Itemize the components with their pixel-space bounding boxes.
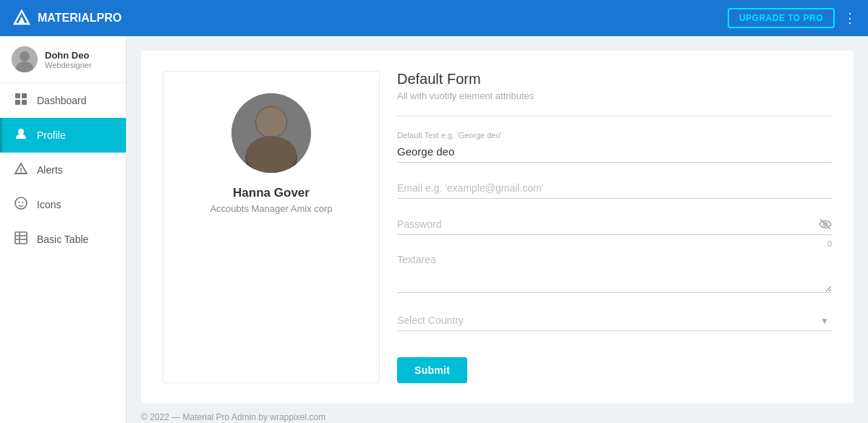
more-options-icon[interactable]: ⋮ [843,10,856,26]
profile-section: Hanna Gover Accoubts Manager Amix corp D… [163,71,832,383]
profile-card: Hanna Gover Accoubts Manager Amix corp [163,71,380,383]
user-role: Webdesigner [45,61,92,69]
email-input[interactable] [397,177,832,199]
sidebar-item-basic-table[interactable]: Basic Table [0,222,126,257]
sidebar-item-icons[interactable]: Icons [0,187,126,222]
sidebar: Dohn Deo Webdesigner Dashboard Profile [0,36,127,423]
profile-name: Hanna Gover [233,186,310,200]
svg-point-24 [246,136,297,173]
footer-text: © 2022 — Material Pro Admin by wrappixel… [141,412,326,422]
svg-point-23 [256,107,286,137]
svg-point-13 [15,197,27,209]
grid-icon [14,93,28,108]
sidebar-item-dashboard[interactable]: Dashboard [0,83,126,118]
profile-title: Accoubts Manager Amix corp [210,203,332,214]
sidebar-user: Dohn Deo Webdesigner [0,36,126,83]
user-info: Dohn Deo Webdesigner [45,50,92,69]
content-inner: Hanna Gover Accoubts Manager Amix corp D… [141,51,854,403]
main-layout: Dohn Deo Webdesigner Dashboard Profile [0,36,868,423]
upgrade-button[interactable]: UPGRADE TO PRO [728,8,835,28]
email-field [397,177,832,199]
svg-point-12 [20,171,22,173]
form-divider [397,116,832,116]
avatar [12,46,38,72]
password-wrapper [397,213,832,235]
svg-rect-5 [15,93,20,98]
user-name: Dohn Deo [45,50,92,61]
footer: © 2022 — Material Pro Admin by wrappixel… [141,403,854,422]
logo-text: MATERIALPRO [38,12,122,25]
sidebar-item-label-icons: Icons [37,199,61,210]
table-icon [14,231,28,247]
sidebar-item-label-basic-table: Basic Table [37,234,88,245]
text-field-label: Default Text e.g. 'George deo' [397,131,832,140]
logo: MATERIALPRO [12,8,122,28]
sidebar-nav: Dashboard Profile Alerts I [0,83,126,423]
password-input[interactable] [397,213,832,235]
svg-rect-11 [20,168,22,171]
svg-point-14 [19,202,20,203]
form-subtitle: All with vuotify element attributes [397,90,832,101]
person-icon [14,127,28,143]
text-input[interactable] [397,141,832,163]
profile-image [231,93,311,173]
textarea-field [397,249,832,296]
face-icon [14,197,28,213]
svg-point-9 [18,129,24,134]
alert-icon [14,162,28,178]
sidebar-item-label-profile: Profile [37,129,66,141]
avatar-image [12,46,38,72]
sidebar-item-profile[interactable]: Profile [0,118,126,153]
char-count: 0 [827,239,832,248]
textarea-input[interactable] [397,249,832,293]
header-right: UPGRADE TO PRO ⋮ [728,8,856,28]
password-field: 0 [397,213,832,235]
sidebar-item-label-alerts: Alerts [37,164,63,176]
form-section: Default Form All with vuotify element at… [397,71,832,383]
text-field: Default Text e.g. 'George deo' [397,131,832,163]
svg-rect-7 [15,100,20,105]
svg-rect-8 [22,100,27,105]
profile-photo [231,93,311,173]
submit-button[interactable]: Submit [397,357,467,383]
form-title: Default Form [397,71,832,87]
select-wrapper: Select Country USA UK Canada Australia I… [397,310,832,331]
password-toggle-icon[interactable] [819,218,832,234]
svg-marker-1 [18,17,25,24]
sidebar-item-alerts[interactable]: Alerts [0,153,126,187]
svg-point-15 [22,202,24,203]
select-field: Select Country USA UK Canada Australia I… [397,310,832,331]
svg-rect-6 [22,93,27,98]
header: MATERIALPRO UPGRADE TO PRO ⋮ [0,0,868,36]
logo-icon [12,8,32,28]
sidebar-item-label-dashboard: Dashboard [37,95,87,106]
country-select[interactable]: Select Country USA UK Canada Australia I… [397,310,832,331]
svg-rect-16 [15,232,27,244]
main-content: Hanna Gover Accoubts Manager Amix corp D… [127,36,868,423]
svg-point-3 [20,51,30,61]
